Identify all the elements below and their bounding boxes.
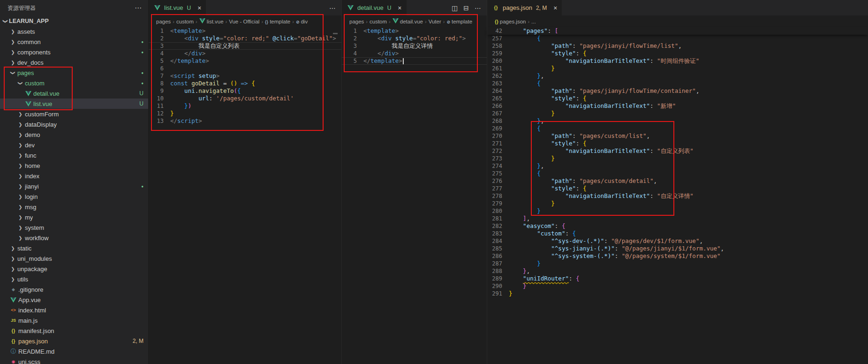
code-line[interactable]: 285 "^sys-jianyi-(.*)": "@/pages/jianyi/… [487, 245, 868, 252]
tree-item-pages[interactable]: ❯pages● [0, 68, 148, 78]
toggle-layout-icon[interactable]: ⊟ [463, 4, 469, 12]
code-line[interactable]: 1<template> [342, 27, 487, 35]
code-line[interactable]: 1<template> [149, 27, 341, 35]
code-line[interactable]: 4 </div> [149, 50, 341, 57]
code-line[interactable]: 273 } [487, 155, 868, 162]
sticky-scroll-line[interactable]: 42 "pages": [ [487, 27, 868, 35]
tree-item-msg[interactable]: ❯msg [0, 202, 148, 212]
breadcrumb-item[interactable]: custom [370, 19, 387, 24]
close-icon[interactable]: × [553, 5, 557, 11]
more-actions-icon[interactable]: ⋯ [475, 4, 481, 12]
code-line[interactable]: 284 "^sys-dev-(.*)": "@/pages/dev/$1/for… [487, 237, 868, 245]
code-line[interactable]: 261 } [487, 65, 868, 72]
code-line[interactable]: 291} [487, 290, 868, 297]
tree-item-common[interactable]: ❯common● [0, 37, 148, 47]
breadcrumb-item[interactable]: pages [349, 19, 364, 24]
tree-item-uni_modules[interactable]: ❯uni_modules [0, 253, 148, 264]
tree-root[interactable]: ❯ LEARUN_APP [0, 16, 148, 26]
code-line[interactable]: 263 { [487, 80, 868, 87]
code-line[interactable]: 281 ], [487, 215, 868, 222]
code-line[interactable]: 286 "^sys-system-(.*)": "@/pages/system/… [487, 252, 868, 260]
tree-item-system[interactable]: ❯system [0, 222, 148, 233]
code-line[interactable]: 7<script setup> [149, 72, 341, 80]
code-line[interactable]: 260 "navigationBarTitleText": "时间组件验证" [487, 57, 868, 65]
code-line[interactable]: 267 } [487, 110, 868, 117]
close-icon[interactable]: × [197, 5, 201, 11]
code-line[interactable]: 280 } [487, 207, 868, 215]
tree-item-jianyi[interactable]: ❯jianyi● [0, 181, 148, 191]
tree-item-README.md[interactable]: ⓘREADME.md [0, 346, 148, 356]
code-line[interactable]: 2 <div style="color: red;" @click="goDet… [149, 35, 341, 42]
code-line[interactable]: 5</template> [342, 57, 487, 65]
code-line[interactable]: 278 "navigationBarTitleText": "自定义详情" [487, 192, 868, 200]
tab-detail.vue[interactable]: detail.vueU× [342, 0, 407, 15]
tree-item-list.vue[interactable]: list.vueU [0, 99, 148, 109]
tree-item-demo[interactable]: ❯demo [0, 129, 148, 140]
more-actions-icon[interactable]: ⋯ [329, 4, 336, 12]
tree-item-static[interactable]: ❯static [0, 243, 148, 253]
tree-item-my[interactable]: ❯my [0, 212, 148, 222]
code-line[interactable]: 272 "navigationBarTitleText": "自定义列表" [487, 147, 868, 155]
breadcrumb-item[interactable]: list.vue [199, 18, 224, 24]
code-line[interactable]: 276 "path": "pages/custom/detail", [487, 177, 868, 185]
breadcrumb-item[interactable]: Vuter [429, 19, 441, 24]
tree-item-utils[interactable]: ❯utils [0, 274, 148, 284]
code-line[interactable]: 277 "style": { [487, 185, 868, 192]
breadcrumb-item[interactable]: detail.vue [392, 18, 423, 24]
code-line[interactable]: 271 "style": { [487, 140, 868, 147]
tree-item-index.html[interactable]: <>index.html [0, 305, 148, 315]
code-line[interactable]: 9 uni.navigateTo({ [149, 87, 341, 95]
breadcrumb-item[interactable]: {}template [265, 19, 290, 24]
code-line[interactable]: 2 <div style="color: red;"> [342, 35, 487, 42]
code-line[interactable]: 11 }) [149, 102, 341, 110]
code-line[interactable]: 279 } [487, 200, 868, 207]
tree-item-workflow[interactable]: ❯workflow [0, 233, 148, 243]
code-line[interactable]: 266 "navigationBarTitleText": "新增" [487, 102, 868, 110]
code-editor[interactable]: 1<template>2 <div style="color: red;">3 … [342, 27, 487, 65]
code-line[interactable]: 265 "style": { [487, 95, 868, 102]
code-line[interactable]: 290 } [487, 282, 868, 290]
tab-list.vue[interactable]: list.vueU× [149, 0, 206, 15]
code-line[interactable]: 13</script> [149, 117, 341, 125]
tree-item-detail.vue[interactable]: detail.vueU [0, 88, 148, 99]
code-line[interactable]: 6 [149, 65, 341, 72]
code-line[interactable]: 258 "path": "pages/jianyi/flowTime/list"… [487, 42, 868, 50]
breadcrumb-item[interactable]: {}pages.json [495, 19, 526, 24]
tree-item-dev[interactable]: ❯dev [0, 140, 148, 150]
breadcrumb-item[interactable]: custom [176, 19, 194, 24]
tree-item-main.js[interactable]: JSmain.js [0, 315, 148, 326]
split-editor-icon[interactable]: ◫ [452, 4, 458, 12]
breadcrumb-item[interactable]: ⊘template [446, 19, 472, 24]
tree-item-components[interactable]: ❯components● [0, 47, 148, 57]
breadcrumb-item[interactable]: ... [531, 19, 536, 24]
code-line[interactable]: 270 "path": "pages/custom/list", [487, 132, 868, 140]
code-editor[interactable]: 42 "pages": [257 {258 "path": "pages/jia… [487, 27, 868, 297]
tab-pages.json[interactable]: {}pages.json2, M× [487, 0, 562, 15]
code-line[interactable]: 282 "easycom": { [487, 222, 868, 230]
code-line[interactable]: 257 { [487, 35, 868, 42]
breadcrumb-item[interactable]: pages [156, 19, 171, 24]
tree-item-unpackage[interactable]: ❯unpackage [0, 264, 148, 274]
code-line[interactable]: 5</template> [149, 57, 341, 65]
tree-item-home[interactable]: ❯home [0, 160, 148, 171]
close-icon[interactable]: × [398, 5, 401, 11]
code-line[interactable]: 283 "custom": { [487, 230, 868, 237]
tree-item-func[interactable]: ❯func [0, 150, 148, 160]
tree-item-dataDisplay[interactable]: ❯dataDisplay [0, 119, 148, 129]
tree-item-App.vue[interactable]: App.vue [0, 295, 148, 305]
tree-item-manifest.json[interactable]: {}manifest.json [0, 326, 148, 336]
breadcrumb-item[interactable]: ⊘div [296, 19, 308, 24]
code-line[interactable]: 268 }, [487, 117, 868, 125]
code-line[interactable]: 12} [149, 110, 341, 117]
code-line[interactable]: 264 "path": "pages/jianyi/flowTime/conta… [487, 87, 868, 95]
code-editor[interactable]: 1<template>2 <div style="color: red;" @c… [149, 27, 341, 125]
tree-item-pages.json[interactable]: {}pages.json2, M [0, 336, 148, 346]
code-line[interactable]: 288 }, [487, 267, 868, 275]
code-line[interactable]: 3 我是自定义详情 [342, 42, 487, 50]
code-line[interactable]: 259 "style": { [487, 50, 868, 57]
breadcrumb-item[interactable]: Vue - Official [229, 19, 259, 24]
code-line[interactable]: 8const goDetail = () => { [149, 80, 341, 87]
tree-item-uni.scss[interactable]: ◉uni.scss [0, 356, 148, 364]
tree-item-index[interactable]: ❯index [0, 171, 148, 181]
code-line[interactable]: 10 url: '/pages/custom/detail' [149, 95, 341, 102]
